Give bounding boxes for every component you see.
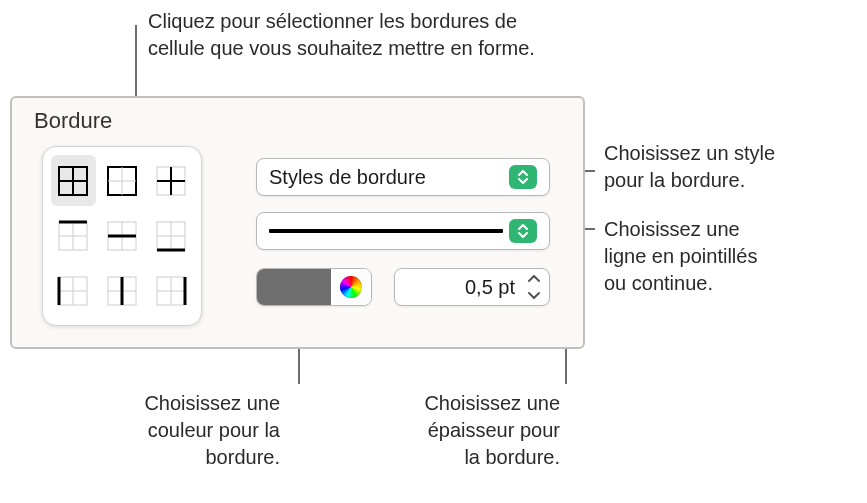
border-inside-icon <box>155 165 187 197</box>
callout-color: Choisissez unecouleur pour labordure. <box>70 390 280 471</box>
border-horizontal-middle[interactable] <box>100 210 145 261</box>
callout-top: Cliquez pour sélectionner les bordures d… <box>148 8 648 62</box>
chevron-up-icon <box>528 275 540 283</box>
border-right-icon <box>155 275 187 307</box>
border-selector-grid <box>42 146 202 326</box>
callout-style: Choisissez un stylepour la bordure. <box>604 140 854 194</box>
border-top-icon <box>57 220 89 252</box>
color-wheel-icon <box>340 276 362 298</box>
dropdown-arrow-button[interactable] <box>509 219 537 243</box>
dropdown-arrow-button[interactable] <box>509 165 537 189</box>
border-top[interactable] <box>51 210 96 261</box>
border-bottom[interactable] <box>148 210 193 261</box>
color-well[interactable] <box>256 268 372 306</box>
line-preview-solid <box>269 229 503 233</box>
border-vmid-icon <box>106 275 138 307</box>
chevrons-updown-icon <box>516 170 530 184</box>
line-style-dropdown[interactable] <box>256 212 550 250</box>
thickness-value: 0,5 pt <box>407 276 523 299</box>
border-outside-icon <box>106 165 138 197</box>
stepper-arrows <box>523 272 545 302</box>
border-inside[interactable] <box>148 155 193 206</box>
callout-thickness: Choisissez uneépaisseur pourla bordure. <box>350 390 560 471</box>
border-style-dropdown[interactable]: Styles de bordure <box>256 158 550 196</box>
section-title: Bordure <box>34 108 112 134</box>
chevron-down-icon <box>528 291 540 299</box>
color-swatch[interactable] <box>257 269 331 305</box>
border-bottom-icon <box>155 220 187 252</box>
border-right[interactable] <box>148 266 193 317</box>
stepper-up[interactable] <box>523 272 545 286</box>
border-left-icon <box>57 275 89 307</box>
chevrons-updown-icon <box>516 224 530 238</box>
border-left[interactable] <box>51 266 96 317</box>
border-panel: Bordure <box>10 96 585 349</box>
border-all-icon <box>57 165 89 197</box>
border-vertical-middle[interactable] <box>100 266 145 317</box>
color-picker-button[interactable] <box>331 269 371 305</box>
border-outside[interactable] <box>100 155 145 206</box>
thickness-stepper[interactable]: 0,5 pt <box>394 268 550 306</box>
border-all[interactable] <box>51 155 96 206</box>
callout-line: Choisissez uneligne en pointillésou cont… <box>604 216 854 297</box>
border-hmid-icon <box>106 220 138 252</box>
stepper-down[interactable] <box>523 288 545 302</box>
border-style-label: Styles de bordure <box>269 166 503 189</box>
